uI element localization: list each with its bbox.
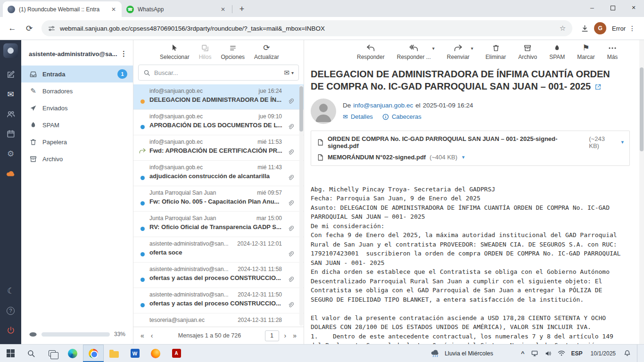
msg-subject: APROBACIÓN DE LOS DOCUMENTOS DE L... [149,122,282,129]
attachment-item[interactable]: ORDEN DE COMPRA No. IC-GAD PARROQUIAL SA… [317,135,624,149]
browser-menu-button[interactable]: Error ⋮ [608,23,639,34]
tab-roundcube[interactable]: (1) Roundcube Webmail :: Entra ✕ [3,1,122,17]
options-button[interactable]: Opciones [221,43,245,60]
maximize-button[interactable] [603,0,623,16]
help-icon[interactable]: ? [0,301,21,321]
first-page-button[interactable]: « [139,332,146,339]
sidebar-item-inbox[interactable]: Entrada 1 [21,66,133,82]
contacts-icon[interactable] [0,104,21,124]
compose-icon[interactable] [0,65,21,84]
taskbar-edge-button[interactable] [62,345,83,362]
start-button[interactable] [0,345,21,362]
calendar-icon[interactable] [0,124,21,144]
downloads-icon[interactable] [577,21,592,36]
url-text[interactable]: webmail.sanjuan.gob.ec/cpsess4870690156/… [60,25,555,32]
account-menu-icon[interactable]: ⋮ [120,49,127,58]
sender-avatar [311,99,336,124]
wifi-icon[interactable] [558,350,565,356]
message-scrollbar[interactable] [639,40,644,344]
message-scrollbar-thumb[interactable] [640,67,644,151]
dark-mode-moon-icon[interactable]: ☾ [0,281,21,301]
select-button[interactable]: Seleccionar [160,43,190,60]
search-input[interactable] [154,69,280,76]
sidebar-item-archive[interactable]: Archivo [21,150,133,167]
site-info-icon[interactable] [48,25,55,32]
tab-close-icon[interactable]: ✕ [219,5,227,14]
forward-caret-icon[interactable]: ▾ [471,46,473,51]
logout-power-icon[interactable] [0,321,21,340]
reply-button[interactable]: Responder [357,43,385,60]
list-scrollbar-thumb[interactable] [299,86,303,132]
tab-whatsapp[interactable]: ☎ WhatsApp ✕ [122,1,231,17]
attachment-name[interactable]: MEMORÁNDUM N°022-signed.pdf [328,154,426,161]
sidebar-item-sent[interactable]: Enviados [21,99,133,116]
sender-email-link[interactable]: info@sanjuan.gob.ec [353,102,413,109]
bookmark-star-icon[interactable]: ☆ [560,24,566,33]
headers-link[interactable]: Cabeceras [382,113,421,120]
back-button[interactable]: ← [5,21,20,36]
taskbar-acrobat-button[interactable]: A [166,345,187,362]
omnibox[interactable]: webmail.sanjuan.gob.ec/cpsess4870690156/… [41,20,572,36]
spam-button[interactable]: SPAM [549,43,565,60]
sidebar-item-spam[interactable]: SPAM [21,116,133,133]
monitor-icon[interactable] [531,350,538,357]
list-item[interactable]: asistente-administrativo@san...2024-12-3… [133,237,304,263]
taskbar-word-button[interactable]: W [124,345,145,362]
archive-button[interactable]: Archivo [518,43,537,60]
show-desktop-strip[interactable] [637,345,639,362]
list-scrollbar[interactable] [299,85,303,326]
tray-overflow-caret-icon[interactable]: ^ [521,350,525,357]
page-number-input[interactable] [265,330,279,341]
delete-button[interactable]: Eliminar [486,43,506,60]
sidebar-item-drafts[interactable]: ✎ Borradores [21,82,133,99]
threads-button[interactable]: Hilos [199,43,212,60]
more-button[interactable]: Más [607,43,618,60]
attachment-item[interactable]: MEMORÁNDUM N°022-signed.pdf (~404 KB) ▾ [317,154,624,161]
list-item[interactable]: Junta Parroquial San Juanmié 09:57 Fw: O… [133,186,304,212]
paperclip-icon [287,276,294,283]
taskbar-chrome-button[interactable] [83,345,104,362]
list-item[interactable]: asistente-administrativo@san...2024-12-3… [133,263,304,288]
taskbar-search-button[interactable] [21,345,41,362]
list-item[interactable]: info@sanjuan.gob.ecmié 11:43 adjudicació… [133,161,304,186]
attachment-menu-caret-icon[interactable]: ▾ [462,154,465,160]
from-label: De [343,102,351,109]
sidebar-item-trash[interactable]: Papelera [21,133,133,150]
minimize-button[interactable]: ─ [582,0,603,16]
settings-gear-icon[interactable]: ⚙ [0,144,21,164]
refresh-button[interactable]: ⟳ Actualizar [254,43,279,60]
taskbar-clock[interactable]: 10/1/2025 [589,350,618,357]
prev-page-button[interactable]: ‹ [149,332,155,339]
reply-all-caret-icon[interactable]: ▾ [432,46,435,51]
close-window-button[interactable]: ✕ [623,0,644,16]
notifications-bell-icon[interactable] [624,350,631,357]
last-page-button[interactable]: » [291,332,298,339]
language-indicator[interactable]: ESP [571,350,583,357]
details-link[interactable]: ✉ Detalles [343,113,373,120]
list-item[interactable]: info@sanjuan.gob.ecjue 16:24 DELEGACION … [133,84,304,110]
list-item[interactable]: info@sanjuan.gob.ecmié 11:53 Fwd: APROBA… [133,135,304,161]
reply-all-button[interactable]: Responder ... [397,43,431,60]
list-item[interactable]: asistente-administrativo@san...2024-12-3… [133,288,304,313]
weather-widget[interactable]: Lluvia el Miércoles [430,350,493,357]
tab-close-icon[interactable]: ✕ [109,5,118,14]
cpanel-icon[interactable] [0,164,21,183]
forward-button[interactable]: Reenviar [447,43,470,60]
new-tab-button[interactable]: + [235,2,248,16]
taskbar-firefox-button[interactable] [145,345,166,362]
attachment-name[interactable]: ORDEN DE COMPRA No. IC-GAD PARROQUIAL SA… [328,135,585,149]
browser-profile-avatar[interactable]: G [594,22,606,34]
mail-icon[interactable]: ✉ [0,84,21,104]
list-item[interactable]: tesoreria@sanjuan.ec2024-12-31 11:28 [133,313,304,327]
mark-button[interactable]: ⚑ Marcar [577,43,594,60]
reload-button[interactable]: ⟳ [22,21,37,36]
task-view-button[interactable] [41,345,62,362]
search-scope-selector[interactable]: ✉ ▾ [284,69,294,76]
list-item[interactable]: info@sanjuan.gob.ecjue 09:10 APROBACIÓN … [133,110,304,135]
next-page-button[interactable]: › [283,332,288,339]
speaker-icon[interactable] [545,350,552,357]
taskbar-file-explorer-button[interactable] [104,345,124,362]
attachment-menu-caret-icon[interactable]: ▾ [621,139,624,145]
list-item[interactable]: Junta Parroquial San Juanmar 15:00 RV: O… [133,212,304,237]
open-in-new-window-icon[interactable] [594,83,602,90]
